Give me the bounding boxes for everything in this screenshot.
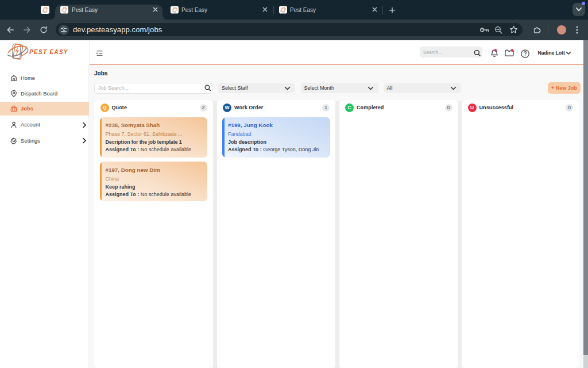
svg-text:PEST EASY: PEST EASY — [29, 49, 68, 55]
